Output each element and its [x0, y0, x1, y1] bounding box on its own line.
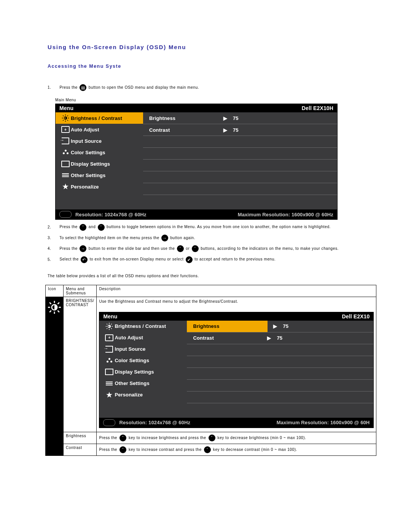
current-resolution: Resolution: 1024x768 @ 60Hz [119, 420, 190, 425]
svg-line-15 [58, 310, 59, 312]
sub-brightness[interactable]: Brightness ▶ 75 [187, 321, 373, 332]
nav-brightness-contrast[interactable]: Brightness / Contrast [99, 321, 187, 332]
contrast-value: 75 [233, 127, 252, 133]
nav-color-settings[interactable]: Color Settings [56, 147, 143, 158]
brightness-icon [60, 114, 71, 122]
up-button-icon: ˆ [177, 245, 184, 252]
nav-display-settings[interactable]: Display Settings [99, 366, 187, 378]
svg-line-16 [49, 310, 51, 312]
step-2: 2. Press the ˆ and ˇ buttons to toggle b… [48, 224, 369, 230]
contrast-value: 75 [277, 335, 296, 341]
enter-arrow-icon: ▶ [261, 335, 277, 341]
auto-adjust-icon: + [104, 334, 115, 341]
step-4: 4. Press the → button to enter the slide… [48, 245, 369, 252]
step-3: 3. To select the highlighted item on the… [48, 235, 369, 241]
max-resolution: Maximum Resolution: 1600x900 @ 60Hz [238, 212, 333, 217]
max-resolution: Maximum Resolution: 1600x900 @ 60H [277, 420, 370, 425]
personalize-icon: ★ [60, 184, 71, 189]
back-button-icon: ↶ [81, 256, 88, 263]
svg-line-14 [49, 302, 51, 304]
step-1: 1. Press the ▤ button to open the OSD me… [48, 84, 369, 91]
svg-line-17 [58, 302, 59, 304]
osd-functions-table: Icon Menu and Submenus Description BRIGH… [45, 285, 376, 456]
row-menu-brightness-contrast: BRIGHTNESS/ CONTRAST [64, 297, 97, 432]
down-button-icon: ˇ [209, 435, 215, 441]
up-button-icon: ˆ [80, 224, 86, 231]
step-5: 5. Select the ↶ to exit from the on-scre… [48, 256, 369, 263]
svg-line-23 [107, 324, 108, 324]
nav-input-source[interactable]: Input Source [99, 343, 187, 355]
svg-line-5 [63, 116, 64, 117]
col-menu: Menu and Submenus [64, 285, 97, 297]
osd-title: Menu [103, 313, 117, 320]
row-menu-brightness: Brightness [64, 432, 97, 444]
nav-personalize[interactable]: ★ Personalize [56, 181, 143, 192]
nav-brightness-contrast[interactable]: Brightness / Contrast [56, 112, 143, 124]
svg-line-8 [67, 116, 68, 117]
nav-input-source[interactable]: Input Source [56, 135, 143, 147]
row-icon-brightness [46, 297, 64, 455]
current-resolution: Resolution: 1024x768 @ 60Hz [75, 212, 147, 217]
other-settings-icon [60, 173, 71, 178]
svg-line-24 [111, 328, 112, 329]
steps-list: 1. Press the ▤ button to open the OSD me… [48, 84, 369, 91]
other-settings-icon [104, 381, 115, 386]
sub-brightness[interactable]: Brightness ▶ 75 [143, 112, 337, 124]
brightness-value: 75 [283, 323, 302, 329]
svg-line-6 [67, 120, 68, 121]
color-settings-icon [60, 150, 71, 155]
row-menu-contrast: Contrast [64, 444, 97, 455]
osd-title: Menu [59, 105, 73, 111]
up-button-icon: ˆ [119, 435, 126, 441]
sub-contrast[interactable]: Contrast ▶ 75 [187, 332, 373, 344]
ok-button-icon: ✔ [186, 256, 193, 263]
row-desc-contrast: Press the ˆ key to increase contrast and… [97, 444, 376, 455]
nav-other-settings[interactable]: Other Settings [56, 169, 143, 181]
svg-line-26 [111, 324, 112, 324]
col-desc: Description [97, 285, 376, 297]
menu-button-icon: ▤ [80, 84, 86, 91]
display-settings-icon [60, 161, 71, 167]
nav-personalize[interactable]: ★Personalize [99, 389, 187, 401]
nav-display-settings[interactable]: Display Settings [56, 158, 143, 169]
color-settings-icon [104, 358, 115, 363]
nav-color-settings[interactable]: Color Settings [99, 355, 187, 366]
enter-button-icon: → [80, 245, 86, 252]
enter-button-icon: → [161, 235, 168, 241]
main-menu-caption: Main Menu [55, 98, 369, 102]
table-intro: The table below provides a list of all t… [48, 274, 369, 278]
osd-brightness-submenu: Menu Dell E2X10 Brightness / Contrast [99, 312, 374, 428]
nav-auto-adjust[interactable]: + Auto Adjust [56, 124, 143, 135]
section-heading: Accessing the Menu Syste [48, 64, 369, 69]
osd-model: Dell E2X10 [342, 313, 370, 320]
col-icon: Icon [46, 285, 64, 297]
display-settings-icon [104, 369, 115, 375]
energy-logo-icon [59, 211, 72, 218]
osd-main-menu: Menu Dell E2X10H Brightness / Contrast +… [55, 104, 338, 220]
steps-list-cont: 2. Press the ˆ and ˇ buttons to toggle b… [48, 224, 369, 263]
down-button-icon: ˇ [192, 245, 199, 252]
enter-arrow-icon: ▶ [218, 127, 233, 133]
energy-logo-icon [103, 419, 115, 426]
row-desc-brightness-contrast: Use the Brightness and Contrast menu to … [97, 297, 376, 432]
personalize-icon: ★ [104, 392, 115, 398]
svg-line-25 [107, 328, 108, 329]
nav-auto-adjust[interactable]: +Auto Adjust [99, 332, 187, 343]
nav-other-settings[interactable]: Other Settings [99, 378, 187, 389]
auto-adjust-icon: + [60, 126, 71, 133]
input-source-icon [60, 137, 71, 144]
brightness-value: 75 [233, 115, 252, 121]
osd-model: Dell E2X10H [302, 105, 333, 111]
sub-contrast[interactable]: Contrast ▶ 75 [143, 124, 337, 136]
svg-line-7 [63, 120, 64, 121]
enter-arrow-icon: ▶ [268, 323, 283, 329]
enter-arrow-icon: ▶ [218, 115, 233, 121]
row-desc-brightness: Press the ˆ key to increase brightness a… [97, 432, 376, 444]
input-source-icon [104, 346, 115, 353]
up-button-icon: ˆ [119, 446, 126, 453]
brightness-icon [104, 323, 115, 330]
down-button-icon: ˇ [204, 446, 211, 453]
down-button-icon: ˇ [98, 224, 105, 231]
page-heading: Using the On-Screen Display (OSD) Menu [48, 44, 369, 50]
